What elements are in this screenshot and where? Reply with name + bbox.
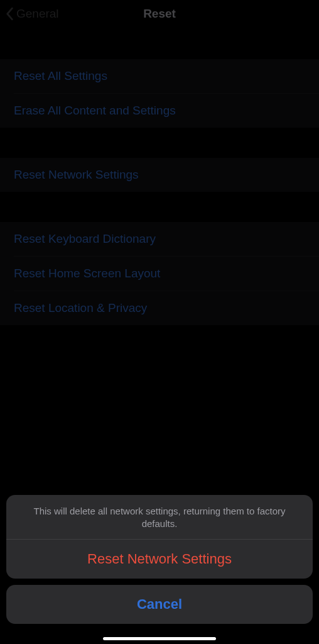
chevron-left-icon [5, 7, 14, 21]
action-sheet-message: This will delete all network settings, r… [6, 495, 313, 540]
reset-all-settings[interactable]: Reset All Settings [0, 59, 319, 93]
action-sheet-cancel-group: Cancel [6, 585, 313, 624]
back-button[interactable]: General [5, 7, 59, 21]
action-sheet: This will delete all network settings, r… [6, 495, 313, 631]
reset-home-screen-layout[interactable]: Reset Home Screen Layout [0, 257, 319, 291]
navigation-bar: General Reset [0, 0, 319, 28]
settings-group-2: Reset Network Settings [0, 158, 319, 192]
erase-all-content[interactable]: Erase All Content and Settings [0, 94, 319, 128]
settings-group-1: Reset All Settings Erase All Content and… [0, 59, 319, 128]
confirm-reset-network-button[interactable]: Reset Network Settings [6, 540, 313, 579]
action-sheet-main-group: This will delete all network settings, r… [6, 495, 313, 579]
reset-location-privacy[interactable]: Reset Location & Privacy [0, 291, 319, 325]
cancel-button[interactable]: Cancel [6, 585, 313, 624]
page-title: Reset [143, 7, 176, 21]
reset-network-settings[interactable]: Reset Network Settings [0, 158, 319, 192]
home-indicator[interactable] [103, 637, 216, 640]
settings-group-3: Reset Keyboard Dictionary Reset Home Scr… [0, 222, 319, 325]
back-label: General [16, 7, 59, 21]
reset-keyboard-dictionary[interactable]: Reset Keyboard Dictionary [0, 222, 319, 256]
